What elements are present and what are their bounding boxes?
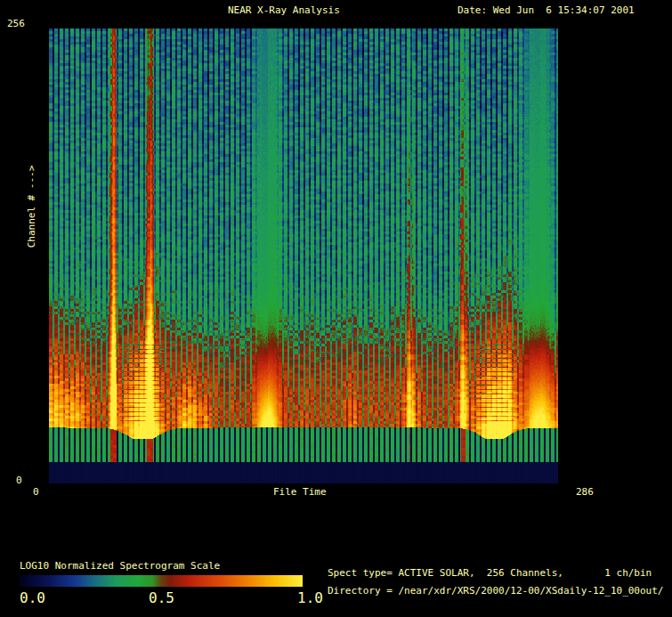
x-axis-title: File Time bbox=[273, 486, 327, 498]
colorbar-tick-min: 0.0 bbox=[20, 590, 45, 606]
spectrogram-plot-area bbox=[49, 28, 558, 483]
spect-type-line: Spect type= ACTIVE SOLAR, 256 Channels, … bbox=[328, 567, 652, 579]
y-axis-max-label: 256 bbox=[7, 18, 25, 29]
y-axis-min-label: 0 bbox=[16, 475, 22, 486]
spectrogram-canvas bbox=[49, 28, 558, 483]
page-title: NEAR X-Ray Analysis bbox=[228, 4, 340, 16]
colorbar-title: LOG10 Normalized Spectrogram Scale bbox=[20, 560, 220, 572]
x-axis-max-label: 286 bbox=[576, 486, 594, 498]
y-axis-title: Channel # ---> bbox=[26, 149, 38, 264]
near-xray-analysis-window: NEAR X-Ray Analysis Date: Wed Jun 6 15:3… bbox=[0, 0, 672, 617]
colorbar-tick-max: 1.0 bbox=[297, 590, 323, 606]
colorbar-gradient bbox=[20, 575, 303, 587]
date-label: Date: Wed Jun 6 15:34:07 2001 bbox=[457, 4, 635, 16]
colorbar-tick-mid: 0.5 bbox=[149, 590, 174, 606]
x-axis-min-label: 0 bbox=[33, 486, 39, 498]
directory-line: Directory = /near/xdr/XRS/2000/12-00/XSd… bbox=[328, 585, 664, 597]
